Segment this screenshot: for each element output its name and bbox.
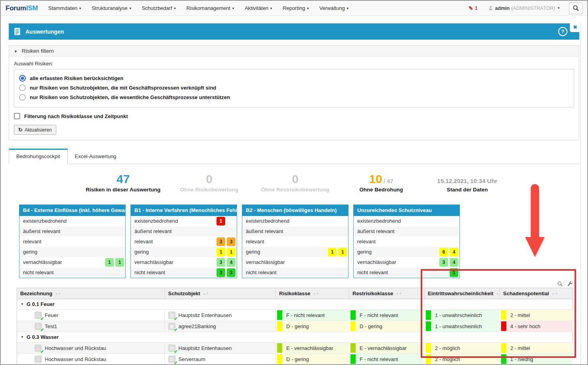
menu-schutzbedarf[interactable]: Schutzbedarf▼ <box>142 5 176 11</box>
risk-count-badge[interactable]: 3 <box>216 237 225 246</box>
badge-columns <box>105 216 125 226</box>
column-header-eintrittswahrscheinlichkeit[interactable]: Eintrittswahrscheinlichkeit▲▼ <box>425 288 500 299</box>
badge-columns: 1 1 <box>105 258 125 267</box>
risk-count-badge[interactable]: 1 <box>227 248 236 256</box>
severity-label: äußerst relevant <box>246 228 283 234</box>
risk-icon: ⚠ <box>34 355 42 363</box>
menu-risikomanagement[interactable]: Risikomanagement▼ <box>186 5 235 11</box>
menu-stammdaten[interactable]: Stammdaten▼ <box>48 5 82 11</box>
tab-excel-auswertung[interactable]: Excel-Auswertung <box>68 149 124 164</box>
column-header-restrisikoklasse[interactable]: Restrisikoklasse▲▼ <box>349 288 425 299</box>
radio-icon[interactable] <box>19 94 26 101</box>
badge-slot: 6 <box>439 247 448 257</box>
risk-count-badge[interactable]: 1 <box>216 248 225 256</box>
badge-slot <box>216 227 226 236</box>
chevron-down-icon: ▼ <box>346 7 349 10</box>
close-button[interactable]: ✖ <box>570 22 580 32</box>
help-button[interactable]: ? <box>558 27 567 36</box>
threat-panel: B1 - Interne Verfahren (Menschliches Feh… <box>130 204 237 278</box>
risk-count-badge[interactable]: 3 <box>439 258 448 267</box>
edit-count-indicator[interactable]: ✎ 1 <box>469 5 478 11</box>
navbar-right: ✎ 1 admin (ADMINISTRATOR) ▼ <box>469 2 582 14</box>
column-header-bezeichnung[interactable]: Bezeichnung▲▼ <box>17 288 165 299</box>
risk-count-badge[interactable]: 3 <box>227 237 236 246</box>
cell-eintrittswahrscheinlichkeit: 1 - unwahrscheinlich <box>425 321 500 332</box>
menu-strukturanalyse[interactable]: Strukturanalyse▼ <box>92 5 132 11</box>
badge-slot: 1 <box>105 258 114 267</box>
table-row[interactable]: ⚠ Hochwasser und Rückstau ▥✔ Serverraum … <box>17 354 573 365</box>
class-color-block <box>277 321 282 331</box>
risk-count-badge[interactable]: 1 <box>105 258 114 267</box>
threat-panel-row: relevant <box>242 237 348 247</box>
class-color-block <box>501 343 506 353</box>
severity-label: relevant <box>357 239 375 245</box>
class-color-block <box>351 354 356 364</box>
table-settings-button[interactable] <box>567 281 573 287</box>
search-button[interactable] <box>569 2 582 14</box>
menu-reporting[interactable]: Reporting▼ <box>283 5 309 11</box>
table-row[interactable]: ⚠✔ Feuer ▤✔ Hauptsitz Entenhausen F - ni… <box>17 310 573 321</box>
radio-icon[interactable] <box>19 84 26 91</box>
collapse-caret-icon: ▼ <box>14 50 17 54</box>
menu-verwaltung[interactable]: Verwaltung▼ <box>319 5 349 11</box>
page-title: Auswertungen <box>25 29 64 35</box>
badge-columns <box>328 237 348 247</box>
module-header: Auswertungen ? ✖ <box>9 23 579 40</box>
column-header-schutzobjekt[interactable]: Schutzobjekt▲▼ <box>165 288 276 299</box>
severity-label: existenzbedrohend <box>357 218 401 224</box>
user-menu[interactable]: admin (ADMINISTRATOR) ▼ <box>488 6 560 11</box>
risk-count-badge[interactable]: 3 <box>216 258 225 267</box>
cell-risikoklasse: D - gering <box>276 354 349 365</box>
cell-schutzobjekt: ▣✔ agree21Banking <box>165 321 276 332</box>
menu-aktivitaeten[interactable]: Aktivitäten▼ <box>245 5 273 11</box>
risk-icon: ⚠✔ <box>34 344 42 352</box>
severity-label: relevant <box>23 239 41 245</box>
refresh-button[interactable]: ↻ Aktualisieren <box>14 125 56 135</box>
table-group-row[interactable]: ▼ G 0.1 Feuer <box>17 299 573 310</box>
risk-count-badge[interactable]: 1 <box>450 268 458 277</box>
selection-label: Auswahl Risiken: <box>14 61 574 67</box>
filter-checkbox-row[interactable]: Filterung nach Risikoklasse und Zeitpunk… <box>14 113 574 119</box>
checkbox-icon[interactable] <box>14 113 20 119</box>
radio-linked-risks[interactable]: nur Risiken von Schutzobjekten, die mit … <box>19 84 569 91</box>
collapse-caret-icon: ▼ <box>21 302 24 306</box>
class-color-block <box>426 354 431 364</box>
class-color-block <box>501 321 506 331</box>
badge-columns: 1 <box>439 268 460 277</box>
badge-columns <box>105 227 125 236</box>
sort-icons: ▲▼ <box>313 292 320 295</box>
risk-count-badge[interactable]: 3 <box>227 268 236 277</box>
badge-slot <box>328 227 337 236</box>
risk-count-badge[interactable]: 1 <box>338 248 347 256</box>
threat-panel: B2 - Menschen (böswilliges Handeln) exis… <box>242 204 349 278</box>
app-logo[interactable]: ForumISM <box>6 4 38 12</box>
risk-count-badge[interactable]: 6 <box>439 248 448 256</box>
table-group-row[interactable]: ▼ G 0.3 Wasser <box>17 332 573 343</box>
column-header-risikoklasse[interactable]: Risikoklasse▲▼ <box>276 288 349 299</box>
table-row[interactable]: ⚠✔ Hochwasser und Rückstau ▤✔ Hauptsitz … <box>17 343 573 354</box>
risk-count-badge[interactable]: 1 <box>216 217 225 225</box>
refresh-icon: ↻ <box>18 127 23 133</box>
radio-icon[interactable] <box>19 75 26 82</box>
table-row[interactable]: ⚠✔ Test1 ▣✔ agree21Banking D - gering D … <box>17 321 573 332</box>
cell-schutzobjekt: ▥✔ Serverraum <box>165 354 276 365</box>
risk-count-badge[interactable]: 1 <box>115 258 124 267</box>
radio-essential-risks[interactable]: nur Risiken von Schutzobjekten, die wese… <box>19 94 569 101</box>
risk-count-badge[interactable]: 4 <box>227 258 236 267</box>
tab-bedrohungscockpit[interactable]: Bedrohungscockpit <box>9 149 68 164</box>
cell-risikoklasse: F - nicht relevant <box>276 310 349 321</box>
risk-count-badge[interactable]: 3 <box>216 268 225 277</box>
class-color-block <box>277 354 282 364</box>
risk-count-badge[interactable]: 1 <box>328 248 337 256</box>
risk-filter-header[interactable]: ▼ Risiken filtern <box>9 46 579 57</box>
risk-count-badge[interactable]: 4 <box>450 258 458 267</box>
schutzobjekt-icon: ▤✔ <box>168 344 176 352</box>
badge-columns <box>439 237 460 247</box>
table-search-button[interactable] <box>557 281 563 287</box>
radio-all-risks[interactable]: alle erfassten Risiken berücksichtigen <box>19 75 569 82</box>
user-icon <box>488 6 493 11</box>
chevron-down-icon: ▼ <box>128 7 132 10</box>
risk-count-badge[interactable]: 4 <box>450 248 458 256</box>
class-color-block <box>351 343 356 353</box>
column-header-schadenspotential[interactable]: Schadenspotential▲▼ <box>500 288 573 299</box>
